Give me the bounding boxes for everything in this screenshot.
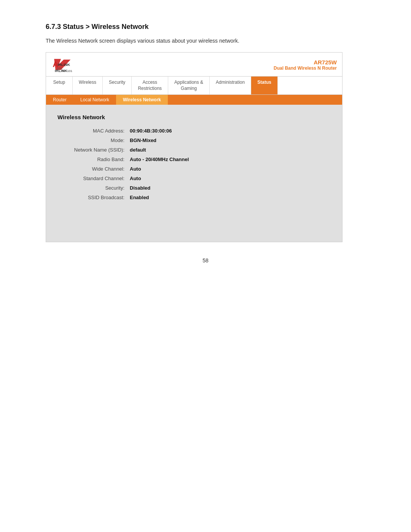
info-row-mac: MAC Address: 00:90:4B:30:00:06 [61, 128, 331, 134]
label-security: Security: [61, 185, 130, 191]
svg-text:101: 101 [57, 67, 62, 70]
subtab-local-network[interactable]: Local Network [73, 95, 116, 105]
tab-wireless[interactable]: Wireless [73, 77, 103, 94]
brand-subtitle: Dual Band Wireless N Router [274, 66, 337, 71]
tab-security[interactable]: Security [103, 77, 132, 94]
label-ssid: Network Name (SSID): [61, 147, 130, 153]
svg-text:IRLINK: IRLINK [57, 62, 70, 67]
section-title: Wireless Network [57, 114, 331, 120]
brand-model: AR725W [274, 59, 337, 66]
label-widechannel: Wide Channel: [61, 166, 130, 172]
tab-access-restrictions[interactable]: Access Restrictions [132, 77, 168, 94]
value-stdchannel: Auto [130, 176, 141, 181]
value-ssid: default [130, 147, 146, 153]
page-number: 58 [46, 257, 365, 264]
label-mode: Mode: [61, 137, 130, 143]
subtab-wireless-network[interactable]: Wireless Network [116, 95, 168, 105]
tab-apps-line2: Gaming [174, 86, 203, 92]
tab-applications-gaming[interactable]: Applications & Gaming [168, 77, 210, 94]
value-ssid-broadcast: Enabled [130, 195, 149, 200]
info-row-mode: Mode: BGN-Mixed [61, 137, 331, 143]
airlink-logo: i IRLINK ® 101 A IRLINK 101 [51, 56, 86, 73]
value-widechannel: Auto [130, 166, 141, 172]
tab-setup[interactable]: Setup [46, 77, 73, 94]
router-ui: i IRLINK ® 101 A IRLINK 101 AR725W Dual … [46, 52, 342, 242]
value-mode: BGN-Mixed [130, 137, 156, 143]
brand-logo: i IRLINK ® 101 A IRLINK 101 [51, 56, 86, 73]
tab-access-line2: Restrictions [138, 86, 162, 92]
router-header: i IRLINK ® 101 A IRLINK 101 AR725W Dual … [46, 53, 342, 77]
intro-text: The Wireless Network screen displays var… [46, 38, 365, 44]
svg-text:101: 101 [67, 69, 72, 73]
value-radioband: Auto - 20/40MHz Channel [130, 157, 189, 162]
info-row-radioband: Radio Band: Auto - 20/40MHz Channel [61, 157, 331, 162]
tab-status[interactable]: Status [251, 77, 278, 94]
nav-tabs: Setup Wireless Security Access Restricti… [46, 77, 342, 95]
info-row-widechannel: Wide Channel: Auto [61, 166, 331, 172]
info-row-security: Security: Disabled [61, 185, 331, 191]
label-ssid-broadcast: SSID Broadcast: [61, 195, 130, 200]
info-row-ssid-broadcast: SSID Broadcast: Enabled [61, 195, 331, 200]
content-area: Wireless Network MAC Address: 00:90:4B:3… [46, 105, 342, 242]
brand-model-group: AR725W Dual Band Wireless N Router [274, 59, 337, 71]
label-stdchannel: Standard Channel: [61, 176, 130, 181]
tab-administration[interactable]: Administration [210, 77, 251, 94]
page-heading: 6.7.3 Status > Wireless Network [46, 23, 365, 31]
info-row-ssid: Network Name (SSID): default [61, 147, 331, 153]
subtab-router[interactable]: Router [46, 95, 73, 105]
label-mac: MAC Address: [61, 128, 130, 134]
label-radioband: Radio Band: [61, 157, 130, 162]
info-row-stdchannel: Standard Channel: Auto [61, 176, 331, 181]
tab-apps-line1: Applications & [174, 80, 203, 86]
svg-text:®: ® [62, 70, 64, 72]
value-mac: 00:90:4B:30:00:06 [130, 128, 172, 134]
value-security: Disabled [130, 185, 150, 191]
tab-access-line1: Access [138, 80, 162, 86]
info-table: MAC Address: 00:90:4B:30:00:06 Mode: BGN… [61, 128, 331, 200]
sub-tabs: Router Local Network Wireless Network [46, 95, 342, 105]
